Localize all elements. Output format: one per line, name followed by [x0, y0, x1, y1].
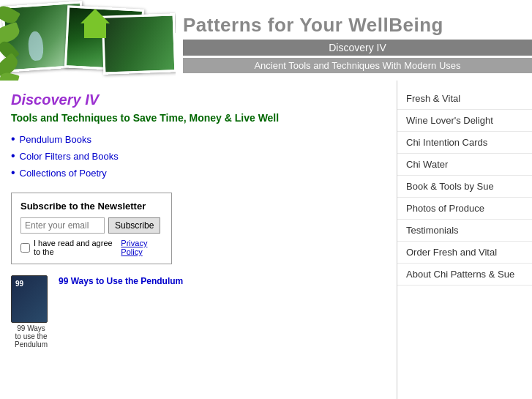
content-area: Discovery IV Tools and Techniques to Sav…: [0, 81, 397, 399]
bottom-section: 99 Ways to use the Pendulum 99 Ways to U…: [11, 275, 386, 348]
sidebar-item[interactable]: Chi Water: [397, 154, 532, 176]
newsletter-box: Subscribe to the Newsletter Subscribe I …: [11, 193, 172, 264]
pendulum-ways-link[interactable]: 99 Ways to Use the Pendulum: [59, 276, 183, 286]
newsletter-input-row: Subscribe: [20, 217, 162, 234]
page-heading: Discovery IV: [11, 92, 386, 108]
color-filters-link[interactable]: Color Filters and Books: [20, 151, 119, 162]
header-subtitle: Discovery IV: [183, 40, 532, 56]
newsletter-title: Subscribe to the Newsletter: [20, 201, 162, 212]
book-label-line2: to use the: [15, 332, 48, 340]
sidebar-item[interactable]: Fresh & Vital: [397, 88, 532, 110]
list-item: Color Filters and Books: [11, 149, 386, 163]
nav-list: Pendulum Books Color Filters and Books C…: [11, 133, 386, 179]
leaves-decoration-left: [0, 0, 37, 81]
collections-poetry-link[interactable]: Collections of Poetry: [20, 168, 107, 179]
header: Patterns for Your WellBeing Discovery IV…: [0, 0, 532, 81]
header-images: [0, 0, 176, 81]
page-subheading: Tools and Techniques to Save Time, Money…: [11, 112, 386, 124]
newsletter-submit-button[interactable]: Subscribe: [108, 217, 160, 234]
newsletter-agree-checkbox[interactable]: [20, 243, 30, 253]
privacy-policy-link[interactable]: Privacy Policy: [121, 239, 162, 256]
pendulum-book: 99 Ways to use the Pendulum: [11, 275, 51, 348]
book-cover-image: [11, 275, 48, 323]
sidebar-item[interactable]: Testimonials: [397, 220, 532, 242]
newsletter-email-input[interactable]: [20, 217, 105, 234]
sidebar: Fresh & VitalWine Lover's DelightChi Int…: [397, 81, 532, 399]
header-tagline: Ancient Tools and Techniques With Modern…: [183, 58, 532, 73]
pendulum-books-link[interactable]: Pendulum Books: [20, 134, 91, 145]
sidebar-item[interactable]: Photos of Produce: [397, 198, 532, 220]
sidebar-item[interactable]: About Chi Patterns & Sue: [397, 264, 532, 286]
book-label-line3: Pendulum: [15, 340, 48, 348]
book-label-line1: 99 Ways: [17, 324, 45, 332]
house-icon: [77, 9, 113, 45]
site-title: Patterns for Your WellBeing: [183, 8, 532, 40]
sidebar-item[interactable]: Chi Intention Cards: [397, 132, 532, 154]
pendulum-link: 99 Ways to Use the Pendulum: [59, 275, 183, 286]
sidebar-item[interactable]: Order Fresh and Vital: [397, 242, 532, 264]
header-right: Patterns for Your WellBeing Discovery IV…: [176, 0, 532, 81]
leaf-icon: [0, 3, 20, 26]
list-item: Collections of Poetry: [11, 166, 386, 179]
newsletter-agree-text: I have read and agree to the: [34, 239, 117, 256]
sidebar-item[interactable]: Wine Lover's Delight: [397, 110, 532, 132]
main-layout: Discovery IV Tools and Techniques to Sav…: [0, 81, 532, 399]
newsletter-checkbox-row: I have read and agree to the Privacy Pol…: [20, 239, 162, 256]
list-item: Pendulum Books: [11, 133, 386, 146]
sidebar-item[interactable]: Book & Tools by Sue: [397, 176, 532, 198]
pendulum-book-label: 99 Ways to use the Pendulum: [11, 324, 51, 348]
